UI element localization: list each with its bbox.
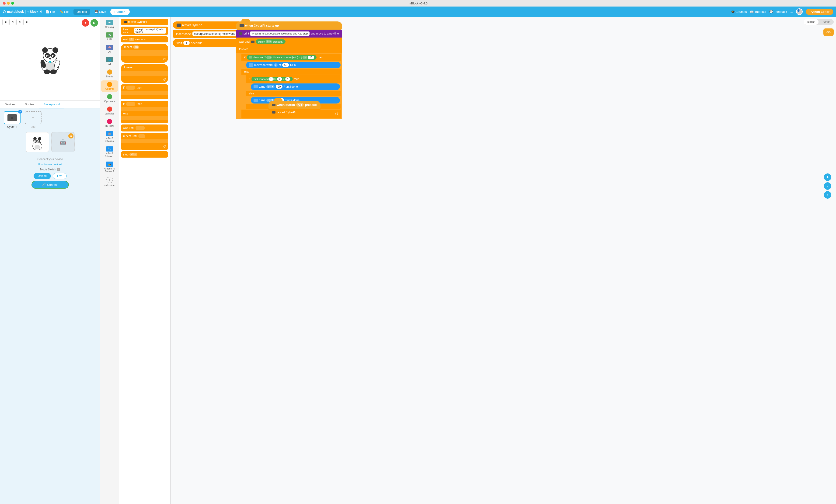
block-moves-forward[interactable]: moves forward ▾ at 50 RPM [246, 62, 341, 68]
random-from: 1 [268, 77, 273, 81]
block-turns-left[interactable]: turns left ▾ 90 ° until done [251, 83, 340, 90]
category-control[interactable]: Control [101, 80, 118, 92]
category-my-block[interactable]: My Block [101, 117, 118, 129]
hat-bump [242, 19, 250, 22]
mode-switch-info-icon[interactable]: i [57, 168, 60, 171]
category-variables[interactable]: Variables [101, 105, 118, 117]
sprite-panda-preview [29, 134, 45, 150]
zoom-in-button[interactable]: + [824, 173, 831, 181]
more-button[interactable]: ... [790, 10, 793, 14]
ultrasonic-port-dropdown[interactable]: 1 ▾ [266, 56, 272, 59]
category-ai[interactable]: 🧠 AI [101, 43, 118, 55]
project-name-field[interactable]: Untitled [74, 9, 90, 15]
greater-than-op: > [303, 56, 307, 59]
python-editor-button[interactable]: Python Editor [806, 8, 833, 15]
insert-code-text: cyberpi.console.print("hello world") [192, 32, 239, 36]
palette-block-insert-code[interactable]: insert code cyberpi.console.print("hello… [121, 26, 168, 35]
left-blocks-group: restart CyberPi insert code cyberpi.cons… [173, 21, 242, 47]
category-iot[interactable]: 🌐 IoT [101, 56, 118, 67]
sprite-preview[interactable] [26, 132, 49, 152]
block-restart-cyberpi-2[interactable]: restart CyberPi [268, 109, 321, 116]
stop-dropdown[interactable]: all ▾ [130, 153, 137, 156]
hat-block-when-cyberpi-starts[interactable]: when CyberPi starts up [236, 21, 342, 30]
if-random-header[interactable]: if pick random 1 to 2 = 1 [246, 75, 341, 83]
palette-block-wait[interactable]: wait 1 seconds [121, 36, 168, 42]
code-view-button[interactable]: </> [823, 28, 834, 36]
how-to-use-link[interactable]: How to use device? [38, 163, 62, 166]
hat-block-when-button-a[interactable]: when button A ▾ pressed [268, 101, 321, 109]
toggle-blocks-button[interactable]: Blocks [803, 19, 818, 25]
palette-block-restart[interactable]: ⬛ restart CyberPi [121, 19, 168, 25]
palette-block-wait-until[interactable]: wait until [121, 124, 168, 132]
category-events[interactable]: Events [101, 68, 118, 79]
edit-menu[interactable]: ✏️ Edit [58, 9, 71, 15]
layout-btn-1[interactable]: ⊞ [2, 19, 8, 25]
stop-button[interactable]: ■ [82, 19, 89, 26]
category-ultrasonic[interactable]: 📻 Ultrasonic Sensor 2 [101, 160, 118, 174]
courses-button[interactable]: 🎓 Courses [731, 10, 747, 14]
block-insert-code[interactable]: insert code cyberpi.console.print("hello… [173, 30, 242, 38]
palette-block-if-else[interactable]: if then else [121, 101, 168, 123]
device-icon-box[interactable]: ✕ ⬛ [4, 111, 20, 124]
category-lan[interactable]: 📡 LAN [101, 31, 118, 42]
toggle-python-button[interactable]: Python [818, 19, 834, 25]
layout-btn-3[interactable]: ⊡ [16, 19, 22, 25]
feedback-button[interactable]: 💬 Feedback [769, 10, 787, 14]
layout-btn-2[interactable]: ⊟ [10, 19, 15, 25]
category-operators[interactable]: Operators [101, 93, 118, 104]
moves-forward-direction-dropdown[interactable]: ▾ [274, 63, 278, 67]
close-button[interactable] [3, 2, 5, 5]
edit-icon: ✏️ [60, 10, 63, 14]
block-wait-until-button-b[interactable]: wait until button B ▾ pressed? [236, 38, 342, 46]
robot-settings-icon[interactable]: ⚙ [68, 133, 74, 138]
publish-button[interactable]: Publish [110, 8, 130, 15]
stop-icon: ■ [84, 21, 86, 24]
tab-background[interactable]: Background [39, 101, 64, 109]
save-button[interactable]: 💾 Save [92, 9, 109, 15]
category-mbot2-extension[interactable]: 🔧 mBot2 Extensi... [101, 145, 118, 159]
file-menu[interactable]: 📄 File [44, 9, 56, 15]
tab-devices[interactable]: Devices [0, 101, 20, 109]
category-mbot2-extension-label: mBot2 Extensi... [102, 152, 117, 158]
layout-btn-4[interactable]: ⊞ [23, 19, 30, 25]
button-a-dropdown[interactable]: A ▾ [296, 103, 304, 106]
zoom-controls: + - = [824, 173, 831, 199]
ai-icon: 🧠 [106, 45, 113, 50]
block-print[interactable]: print Press B to start obstacle avoidanc… [236, 30, 342, 38]
connect-button[interactable]: 🔗 Connect [32, 181, 69, 189]
live-button[interactable]: Live [53, 173, 67, 179]
robot-sprite-preview[interactable]: 🤖 ⚙ [51, 132, 75, 152]
tutorials-button[interactable]: 📖 Tutorials [750, 10, 766, 14]
settings-icon[interactable]: ⚙ [40, 10, 42, 13]
turns-left-direction-dropdown[interactable]: left ▾ [266, 85, 274, 88]
palette-block-forever[interactable]: forever ↺ [121, 64, 168, 83]
code-view-icon: </> [826, 30, 831, 34]
save-icon: 💾 [94, 10, 98, 14]
device-remove-button[interactable]: ✕ [18, 110, 22, 114]
block-wait-seconds[interactable]: wait 1 seconds [173, 39, 242, 47]
palette-block-if[interactable]: if then [121, 84, 168, 99]
palette-block-stop[interactable]: stop all ▾ [121, 151, 168, 158]
block-restart-cyberpi[interactable]: restart CyberPi [173, 21, 242, 29]
zoom-out-button[interactable]: - [824, 182, 831, 190]
category-sensing[interactable]: 👁 Sensing [101, 19, 118, 30]
tab-sprites[interactable]: Sprites [20, 101, 39, 109]
zoom-reset-button[interactable]: = [824, 191, 831, 199]
category-extension[interactable]: + extension [101, 175, 118, 188]
play-button[interactable]: ▶ [91, 19, 98, 26]
mbot2-chassis-icon: 🤖 [106, 131, 113, 136]
minimize-button[interactable] [7, 2, 10, 5]
block-forever-header[interactable]: forever [236, 46, 342, 53]
add-device-button[interactable]: + [25, 111, 41, 124]
svg-point-16 [49, 61, 51, 63]
avatar[interactable]: 👤 [796, 8, 803, 15]
button-b-dropdown[interactable]: B ▾ [266, 40, 272, 43]
canvas-area[interactable]: Blocks Python </> restart CyberPi insert… [171, 17, 836, 504]
if-ultrasonic-header[interactable]: if ultrasonic 2 1 ▾ distance to an objec… [242, 54, 341, 61]
play-icon: ▶ [93, 21, 95, 24]
palette-block-repeat-until[interactable]: repeat until ↺ [121, 133, 168, 150]
upload-button[interactable]: Upload [34, 173, 51, 179]
palette-block-repeat[interactable]: repeat 10 ↺ [121, 44, 168, 63]
category-mbot2-chassis[interactable]: 🤖 mBot2 Chassis [101, 130, 118, 144]
maximize-button[interactable] [11, 2, 14, 5]
